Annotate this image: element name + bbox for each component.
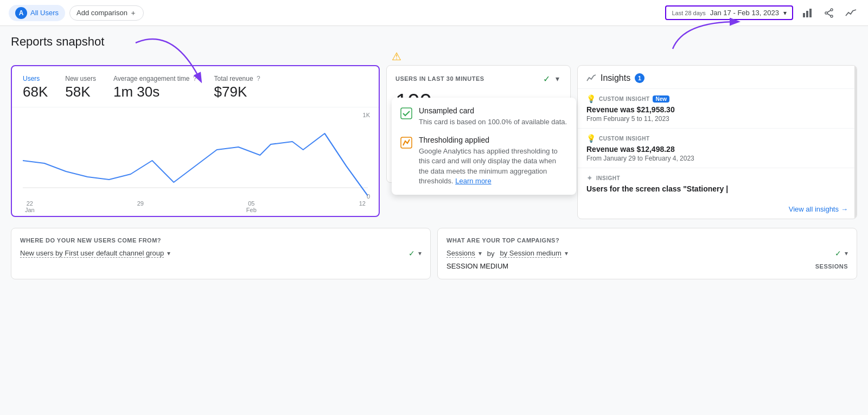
warning-icon: ⚠ <box>392 50 401 63</box>
chart-x-29: 29 <box>137 200 144 213</box>
date-range-last: Last 28 days <box>672 10 705 16</box>
share-icon-button[interactable] <box>821 5 837 21</box>
learn-more-link[interactable]: Learn more <box>455 177 491 185</box>
svg-point-3 <box>831 9 833 11</box>
metrics-chart-card: Users 68K New users 58K Average engageme… <box>11 65 380 217</box>
new-users-value: 58K <box>65 84 96 100</box>
help-icon2[interactable]: ? <box>257 75 260 82</box>
insights-card: Insights 1 💡 CUSTOM INSIGHT New Revenue … <box>577 65 857 219</box>
dropdown-arrow-icon2[interactable]: ▾ <box>418 250 422 257</box>
unsampled-icon <box>400 107 412 122</box>
new-users-sub-label[interactable]: New users by First user default channel … <box>20 249 164 258</box>
medium-dropdown-icon[interactable]: ▾ <box>565 250 568 257</box>
tooltip-item-threshold: Thresholding applied Google Analytics ha… <box>400 136 567 186</box>
sessions-label[interactable]: Sessions <box>446 249 475 258</box>
users-value: 68K <box>23 84 48 100</box>
campaigns-card-title: WHAT ARE YOUR TOP CAMPAIGNS? <box>446 237 848 244</box>
svg-point-4 <box>831 15 833 17</box>
insight-type-row-2: 💡 CUSTOM INSIGHT <box>586 134 848 143</box>
insights-header: Insights 1 <box>578 66 857 88</box>
svg-rect-1 <box>806 11 808 17</box>
tooltip-overlay: Unsampled card This card is based on 100… <box>392 98 576 195</box>
view-insights-label: View all insights <box>789 205 839 213</box>
dropdown-arrow-icon3[interactable]: ▾ <box>845 250 848 257</box>
insight-type-row-3: ✦ INSIGHT <box>586 174 848 182</box>
bulb-icon-1: 💡 <box>586 94 596 103</box>
total-revenue-value: $79K <box>214 84 260 100</box>
svg-point-5 <box>825 12 827 14</box>
add-comparison-label: Add comparison <box>76 9 127 17</box>
view-all-insights-link[interactable]: View all insights → <box>578 200 857 219</box>
scrollbar[interactable] <box>854 66 857 219</box>
chart-icon-button[interactable] <box>800 5 815 21</box>
chart-x-labels: 22Jan 29 05Feb 12 <box>23 200 368 213</box>
user-avatar: A <box>15 7 27 19</box>
session-medium-col-label: SESSION MEDIUM <box>446 262 508 270</box>
insights-trend-icon <box>586 73 596 83</box>
insight-item-3: ✦ INSIGHT Users for the screen class "St… <box>578 168 857 200</box>
dropdown-arrow-icon[interactable]: ▾ <box>167 250 170 257</box>
tooltip-unsampled-content: Unsampled card This card is based on 100… <box>419 106 567 127</box>
users-label: Users <box>23 75 48 82</box>
date-range-button[interactable]: Last 28 days Jan 17 - Feb 13, 2023 ▾ <box>665 5 793 20</box>
insight-type-label-1: CUSTOM INSIGHT <box>599 96 649 102</box>
metric-new-users: New users 58K <box>65 75 96 100</box>
avg-engagement-label: Average engagement time ? <box>113 75 197 82</box>
page-title-row: Reports snapshot <box>11 35 857 56</box>
insights-title: Insights <box>601 73 630 83</box>
top-bar-left: A All Users Add comparison ＋ <box>9 5 144 21</box>
new-users-card: WHERE DO YOUR NEW USERS COME FROM? New u… <box>11 228 431 279</box>
star-icon-3: ✦ <box>586 174 593 182</box>
insights-badge: 1 <box>635 73 644 83</box>
chart-y-top: 1K <box>363 112 370 118</box>
metric-users: Users 68K <box>23 75 48 100</box>
session-medium-label[interactable]: by Session medium <box>500 249 561 258</box>
main-content: Reports snapshot Users <box>0 26 868 288</box>
sessions-col-row: SESSION MEDIUM SESSIONS <box>446 262 848 270</box>
metrics-row: Users 68K New users 58K Average engageme… <box>12 66 379 107</box>
insight-type-row-1: 💡 CUSTOM INSIGHT New <box>586 94 848 103</box>
chart-area: 1K 0 22Jan 29 05Feb 12 <box>12 107 379 216</box>
top-bar-right: Last 28 days Jan 17 - Feb 13, 2023 ▾ <box>665 5 859 21</box>
svg-line-6 <box>827 10 831 12</box>
realtime-title: USERS IN LAST 30 MINUTES <box>395 75 484 82</box>
insight-new-badge: New <box>653 95 669 103</box>
avg-engagement-value: 1m 30s <box>113 84 197 100</box>
all-users-button[interactable]: A All Users <box>9 5 65 21</box>
realtime-header-right: ✓ ▾ <box>543 72 561 85</box>
svg-rect-2 <box>809 9 812 17</box>
insight-value-2: Revenue was $12,498.28 <box>586 145 848 154</box>
metric-total-revenue: Total revenue ? $79K <box>214 75 260 100</box>
svg-rect-11 <box>401 108 412 119</box>
plus-icon: ＋ <box>130 8 137 18</box>
insight-type-label-2: CUSTOM INSIGHT <box>599 136 649 142</box>
tooltip-threshold-content: Thresholding applied Google Analytics ha… <box>419 136 567 186</box>
chart-line <box>23 112 368 199</box>
realtime-wrapper: ⚠ USERS IN LAST 30 MINUTES ✓ ▾ 100 Boliv… <box>386 65 571 183</box>
add-comparison-button[interactable]: Add comparison ＋ <box>69 5 144 21</box>
sessions-col-label: SESSIONS <box>815 263 848 270</box>
new-users-card-sub: New users by First user default channel … <box>20 249 422 258</box>
realtime-dropdown-button[interactable]: ▾ <box>553 72 561 85</box>
threshold-icon <box>400 137 412 151</box>
all-users-label: All Users <box>30 9 59 17</box>
tooltip-threshold-title: Thresholding applied <box>419 136 567 144</box>
tooltip-unsampled-desc: This card is based on 100.0% of availabl… <box>419 117 567 127</box>
svg-rect-0 <box>803 13 805 17</box>
bottom-row: WHERE DO YOUR NEW USERS COME FROM? New u… <box>11 228 857 279</box>
trend-icon-button[interactable] <box>843 7 859 19</box>
insight-value-1: Revenue was $21,958.30 <box>586 105 848 114</box>
tooltip-item-unsampled: Unsampled card This card is based on 100… <box>400 106 567 127</box>
insight-date-1: From February 5 to 11, 2023 <box>586 115 848 123</box>
page-title: Reports snapshot <box>11 35 104 49</box>
chart-x-05feb: 05Feb <box>246 200 257 213</box>
svg-line-7 <box>827 14 831 16</box>
chart-x-12: 12 <box>359 200 366 213</box>
campaigns-card: WHAT ARE YOUR TOP CAMPAIGNS? Sessions ▾ … <box>437 228 857 279</box>
help-icon[interactable]: ? <box>193 75 197 82</box>
bulb-icon-2: 💡 <box>586 134 596 143</box>
metric-avg-engagement: Average engagement time ? 1m 30s <box>113 75 197 100</box>
new-users-card-title: WHERE DO YOUR NEW USERS COME FROM? <box>20 237 422 244</box>
insight-type-label-3: INSIGHT <box>596 175 620 181</box>
sessions-dropdown-icon[interactable]: ▾ <box>478 250 482 257</box>
